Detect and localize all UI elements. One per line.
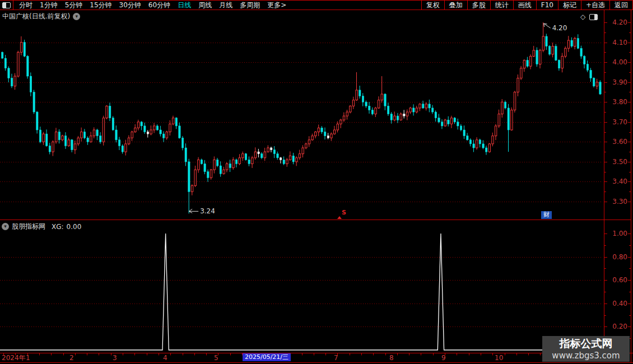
period-tab-7[interactable]: 日线 xyxy=(178,1,191,10)
svg-text:3: 3 xyxy=(113,354,117,362)
candle-body-down xyxy=(83,132,85,138)
candle-body-down xyxy=(590,70,592,78)
svg-text:1: 1 xyxy=(26,354,30,362)
candle-body-up xyxy=(264,152,266,158)
layout-split-right-icon[interactable] xyxy=(589,14,598,20)
candle-body-down xyxy=(536,50,538,64)
toolbar-button-2[interactable]: 叠加 xyxy=(444,1,467,10)
period-tab-11[interactable]: 更多> xyxy=(267,1,286,10)
candle-body-down xyxy=(527,60,528,67)
candle-body-up xyxy=(210,170,212,178)
toolbar-button-7[interactable]: 标记 xyxy=(558,1,581,10)
candle-body-down xyxy=(593,78,594,86)
diamond-icon[interactable]: ◇ xyxy=(580,13,585,21)
candle-body-down xyxy=(27,56,29,76)
candle-body-down xyxy=(324,132,325,136)
candle-body-down xyxy=(235,160,237,164)
candle-body-down xyxy=(390,114,392,120)
candle-body-up xyxy=(194,170,196,185)
indicator-xg-value: 0.00 xyxy=(67,223,82,231)
candle-body-up xyxy=(131,132,133,138)
candle-body-up xyxy=(501,102,503,114)
candle-body-up xyxy=(340,120,342,124)
candle-body-down xyxy=(162,134,164,138)
period-tab-3[interactable]: 5分钟 xyxy=(65,1,83,10)
layout-split-left-icon[interactable] xyxy=(2,2,11,8)
candle-body-down xyxy=(587,64,588,71)
watermark: 指标公式网 www.zbgs3.com xyxy=(542,336,630,362)
candle-body-up xyxy=(242,154,244,158)
candle-body-down xyxy=(87,138,89,142)
candle-body-down xyxy=(577,38,579,48)
candle-body-up xyxy=(517,78,519,92)
stock-chart-canvas[interactable]: 4.204.104.003.903.803.703.603.503.403.30… xyxy=(0,0,633,364)
candle-body-up xyxy=(137,122,139,128)
period-tab-10[interactable]: 多周期 xyxy=(240,1,260,10)
candle-body-down xyxy=(558,60,560,68)
toolbar-button-6[interactable]: F10 xyxy=(536,1,558,10)
svg-text:9: 9 xyxy=(441,354,446,362)
indicator-line xyxy=(0,234,603,350)
candle-body-up xyxy=(343,116,345,120)
toolbar-button-1[interactable]: 复权 xyxy=(421,1,444,10)
candle-body-down xyxy=(160,130,161,134)
dividend-event-marker[interactable]: S xyxy=(337,210,344,215)
candle-body-down xyxy=(508,108,509,130)
candle-body-down xyxy=(11,78,12,86)
candle-body-up xyxy=(444,120,446,126)
candle-body-up xyxy=(406,112,408,116)
candle-body-down xyxy=(292,156,294,162)
candle-body-flat xyxy=(270,148,272,150)
svg-text:3.40: 3.40 xyxy=(612,178,627,185)
svg-text:3.24: 3.24 xyxy=(200,207,215,215)
period-tab-1[interactable]: 分时 xyxy=(19,1,32,10)
candle-body-up xyxy=(450,118,452,124)
toolbar-button-9[interactable]: 返回 xyxy=(609,1,633,10)
candle-body-up xyxy=(381,94,383,100)
period-tab-6[interactable]: 60分钟 xyxy=(148,1,170,10)
candle-body-down xyxy=(555,46,557,60)
candle-body-up xyxy=(419,104,421,108)
chevron-down-icon[interactable]: ▾ xyxy=(73,13,80,20)
candle-body-down xyxy=(188,162,190,192)
candle-body-down xyxy=(463,130,465,136)
candle-body-down xyxy=(422,104,424,108)
candle-body-down xyxy=(504,102,506,108)
candle-body-up xyxy=(252,158,253,164)
candle-body-up xyxy=(14,76,16,86)
candle-body-down xyxy=(469,140,471,144)
candle-body-up xyxy=(52,142,54,152)
candle-body-up xyxy=(416,108,417,112)
svg-text:4: 4 xyxy=(163,354,167,362)
period-tab-2[interactable]: 1分钟 xyxy=(40,1,58,10)
toolbar-button-4[interactable]: 统计 xyxy=(490,1,513,10)
period-tab-5[interactable]: 30分钟 xyxy=(119,1,141,10)
svg-text:3.90: 3.90 xyxy=(612,78,627,86)
candle-body-down xyxy=(30,76,31,92)
indicator-y-axis: 1.000.800.600.400.20 xyxy=(604,230,631,339)
candle-body-up xyxy=(318,128,319,132)
toolbar-button-8[interactable]: +自选 xyxy=(581,1,609,10)
financial-report-marker[interactable]: 财 xyxy=(541,211,552,219)
toolbar-button-3[interactable]: 多股 xyxy=(467,1,490,10)
chevron-down-icon[interactable]: ▾ xyxy=(2,223,9,230)
candle-body-down xyxy=(33,92,35,112)
candle-body-up xyxy=(567,40,569,48)
candle-body-up xyxy=(55,132,57,142)
period-tab-9[interactable]: 月线 xyxy=(219,1,232,10)
candle-body-up xyxy=(498,114,500,126)
candle-body-up xyxy=(350,106,351,112)
period-tab-8[interactable]: 周线 xyxy=(198,1,212,10)
indicator-grid xyxy=(0,258,603,327)
candle-body-down xyxy=(36,112,38,130)
toolbar-button-5[interactable]: 画线 xyxy=(513,1,536,10)
candle-body-up xyxy=(378,100,379,108)
candle-body-up xyxy=(17,52,19,76)
candle-body-up xyxy=(125,144,127,152)
period-tab-4[interactable]: 15分钟 xyxy=(90,1,111,10)
svg-text:4.20: 4.20 xyxy=(552,24,567,32)
svg-text:0.80: 0.80 xyxy=(612,253,627,261)
candle-body-down xyxy=(431,108,433,112)
candle-body-down xyxy=(485,148,487,152)
candle-body-up xyxy=(302,148,304,154)
